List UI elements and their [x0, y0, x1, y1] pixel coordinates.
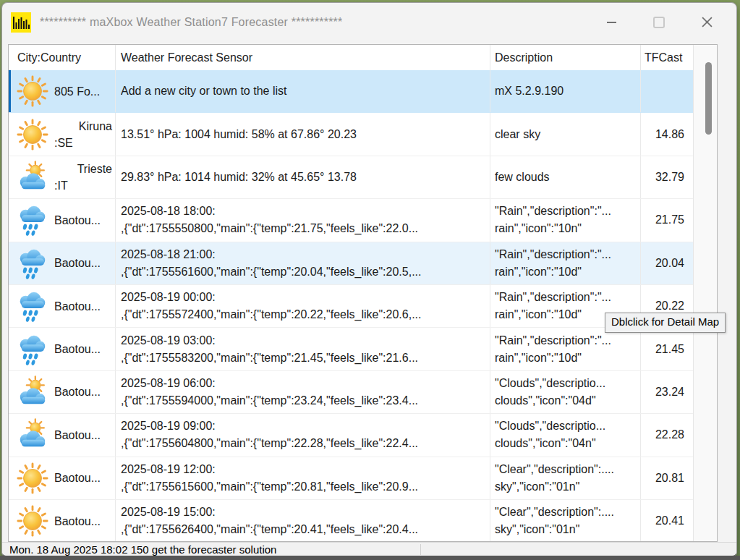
- description-cell: clear sky: [490, 113, 641, 155]
- sun-icon: [16, 118, 49, 151]
- weather-cell: 2025-08-18 18:00:,{"dt":1755550800,"main…: [116, 199, 490, 241]
- tfcast-cell: 14.86: [641, 113, 695, 155]
- app-window: ********** maXbox Weather Station7 Forec…: [1, 2, 737, 558]
- weather-cell: 2025-08-19 15:00:,{"dt":1755626400,"main…: [116, 500, 490, 542]
- table-row[interactable]: Baotou... 2025-08-19 12:00:,{"dt":175561…: [9, 457, 695, 500]
- city-label: Baotou...: [54, 298, 115, 315]
- description-cell: "Rain","description":"...rain","icon":"1…: [490, 328, 641, 370]
- city-label: Baotou...: [54, 427, 115, 444]
- description-cell: "Clear","description":....sky","icon":"0…: [490, 457, 641, 499]
- maximize-icon: [653, 17, 665, 28]
- tfcast-cell: 23.24: [641, 371, 695, 413]
- city-label: 805 Fo...: [54, 83, 115, 100]
- column-header-description[interactable]: Description: [490, 45, 641, 70]
- weather-cell: 2025-08-19 00:00:,{"dt":1755572400,"main…: [116, 285, 490, 327]
- table-row[interactable]: Baotou... 2025-08-19 00:00:,{"dt":175557…: [9, 285, 695, 328]
- city-label: Baotou...: [54, 341, 115, 357]
- weather-cell: 2025-08-19 12:00:,{"dt":1755615600,"main…: [116, 457, 490, 499]
- forecast-listview: City:Country Weather Forecast Sensor Des…: [8, 44, 718, 542]
- sun-cloud-icon: [16, 161, 49, 194]
- city-label: Baotou...: [54, 513, 115, 530]
- weather-cell: 2025-08-19 09:00:,{"dt":1755604800,"main…: [116, 414, 490, 456]
- table-row[interactable]: Baotou... 2025-08-18 18:00:,{"dt":175555…: [9, 199, 695, 242]
- country-label: :IT: [54, 177, 115, 194]
- city-cell: Baotou...: [9, 457, 116, 499]
- sun-cloud-icon: [16, 376, 49, 409]
- city-cell: 805 Fo...: [9, 70, 116, 112]
- tooltip: Dblclick for Detail Map: [605, 313, 726, 333]
- sun-icon: [16, 504, 49, 538]
- description-cell: "Rain","description":"...rain","icon":"1…: [490, 199, 641, 241]
- status-panel-divider: [420, 544, 421, 555]
- city-cell: Baotou...: [9, 500, 116, 542]
- description-cell: "Clouds","descriptio...clouds","icon":"0…: [490, 414, 641, 456]
- city-cell: Baotou...: [9, 285, 116, 327]
- city-cell: Baotou...: [9, 242, 116, 284]
- tfcast-cell: 21.45: [641, 328, 695, 370]
- sun-cloud-icon: [16, 418, 49, 451]
- tfcast-cell: 20.04: [641, 242, 695, 284]
- city-label: Baotou...: [54, 212, 115, 229]
- maximize-button[interactable]: [635, 3, 683, 41]
- city-cell: Trieste :IT: [9, 156, 116, 198]
- column-header-city-country[interactable]: City:Country: [9, 45, 116, 70]
- city-label: Trieste: [54, 161, 115, 177]
- desktop-edge: [0, 556, 740, 560]
- description-cell: "Clear","description":....sky","icon":"0…: [490, 500, 641, 542]
- minimize-icon: [607, 22, 616, 23]
- city-label: Baotou...: [54, 470, 115, 486]
- rain-cloud-icon: [16, 247, 49, 280]
- rain-cloud-icon: [16, 333, 49, 366]
- weather-cell: 2025-08-19 03:00:,{"dt":1755583200,"main…: [116, 328, 490, 370]
- column-header-tfcast[interactable]: TFCast: [641, 45, 695, 70]
- city-cell: Baotou...: [9, 414, 116, 456]
- weather-cell: 13.51° hPa: 1004 humid: 58% at 67.86° 20…: [116, 113, 490, 155]
- city-label: Baotou...: [54, 255, 115, 271]
- vertical-scrollbar[interactable]: [693, 45, 717, 541]
- sun-icon: [16, 75, 49, 108]
- close-button[interactable]: [683, 3, 731, 41]
- minimize-button[interactable]: [587, 3, 635, 41]
- title-bar[interactable]: ********** maXbox Weather Station7 Forec…: [2, 3, 736, 41]
- weather-cell: Add a new city or town to the list: [116, 70, 490, 112]
- table-row[interactable]: Kiruna :SE 13.51° hPa: 1004 humid: 58% a…: [9, 113, 695, 156]
- list-body: 805 Fo... Add a new city or town to the …: [9, 70, 695, 542]
- city-cell: Baotou...: [9, 371, 116, 413]
- tfcast-cell: 20.81: [641, 457, 695, 499]
- city-cell: Kiruna :SE: [9, 113, 116, 155]
- table-row[interactable]: Baotou... 2025-08-19 06:00:,{"dt":175559…: [9, 371, 695, 414]
- table-row[interactable]: Baotou... 2025-08-18 21:00:,{"dt":175556…: [9, 242, 695, 285]
- description-cell: few clouds: [490, 156, 641, 198]
- app-icon[interactable]: [11, 12, 31, 33]
- tfcast-cell: 32.79: [641, 156, 695, 198]
- tfcast-cell: 20.41: [641, 500, 695, 542]
- rain-cloud-icon: [16, 289, 49, 323]
- description-cell: "Rain","description":"...rain","icon":"1…: [490, 242, 641, 284]
- tfcast-cell: [641, 70, 695, 112]
- close-icon: [702, 17, 713, 27]
- tfcast-cell: 22.28: [641, 414, 695, 456]
- city-cell: Baotou...: [9, 199, 116, 241]
- table-row[interactable]: Trieste :IT 29.83° hPa: 1014 humid: 32% …: [9, 156, 695, 199]
- weather-cell: 2025-08-18 21:00:,{"dt":1755561600,"main…: [116, 242, 490, 284]
- table-row[interactable]: Baotou... 2025-08-19 09:00:,{"dt":175560…: [9, 414, 695, 457]
- sun-icon: [16, 462, 49, 495]
- city-label: Baotou...: [54, 383, 115, 400]
- scrollbar-thumb[interactable]: [705, 62, 712, 135]
- table-row[interactable]: 805 Fo... Add a new city or town to the …: [9, 70, 695, 113]
- city-label: Kiruna: [54, 118, 115, 135]
- weather-cell: 2025-08-19 06:00:,{"dt":1755594000,"main…: [116, 371, 490, 413]
- tfcast-cell: 21.75: [641, 199, 695, 241]
- country-label: :SE: [54, 135, 115, 151]
- description-cell: mX 5.2.9.190: [490, 70, 641, 112]
- list-header: City:Country Weather Forecast Sensor Des…: [9, 45, 717, 70]
- description-cell: "Clouds","descriptio...clouds","icon":"0…: [490, 371, 641, 413]
- status-text: Mon. 18 Aug 2025 18:02 150 get the forec…: [2, 543, 736, 556]
- city-cell: Baotou...: [9, 328, 116, 370]
- column-header-weather-forecast-sensor[interactable]: Weather Forecast Sensor: [116, 45, 490, 70]
- table-row[interactable]: Baotou... 2025-08-19 15:00:,{"dt":175562…: [9, 500, 695, 542]
- window-title: ********** maXbox Weather Station7 Forec…: [40, 16, 342, 29]
- status-bar: Mon. 18 Aug 2025 18:02 150 get the forec…: [2, 542, 736, 556]
- rain-cloud-icon: [16, 203, 49, 237]
- table-row[interactable]: Baotou... 2025-08-19 03:00:,{"dt":175558…: [9, 328, 695, 370]
